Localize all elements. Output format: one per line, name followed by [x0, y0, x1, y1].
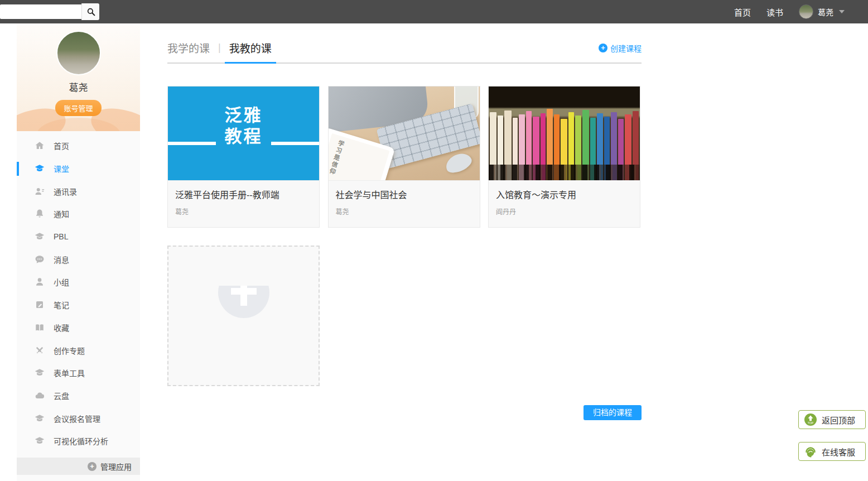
- online-service-label: 在线客服: [822, 446, 855, 458]
- tab-my-learning-courses[interactable]: 我学的课: [167, 40, 210, 55]
- bottles-row-shape: [489, 165, 640, 180]
- top-bar: 首页 读书 葛尧: [0, 0, 868, 23]
- search-input[interactable]: [0, 4, 81, 19]
- chevron-down-icon: [839, 10, 845, 13]
- course-card[interactable]: 学习是信仰 社会学与中国社会 葛尧: [328, 86, 480, 228]
- profile-panel: 葛尧 账号管理: [17, 23, 140, 131]
- sidebar-item-label: 云盘: [54, 390, 69, 401]
- sidebar-menu: 首页 课堂 通讯录 通知 PBL 消息 小组 笔记: [17, 131, 140, 453]
- user-name: 葛尧: [818, 6, 833, 17]
- sidebar-item-form-tools[interactable]: 表单工具: [17, 362, 140, 384]
- headset-icon: [804, 445, 817, 458]
- course-cover-image: [489, 86, 640, 180]
- main-content: 我学的课 | 我教的课 + 创建课程 泛雅 教程 泛雅平台使用手册--教师端 葛…: [167, 23, 642, 420]
- sidebar-item-label: 通知: [54, 208, 69, 219]
- archived-row: 归档的课程: [167, 405, 642, 420]
- add-course-placeholder[interactable]: [167, 246, 320, 386]
- sidebar-item-favorites[interactable]: 收藏: [17, 316, 140, 339]
- course-title: 社会学与中国社会: [336, 187, 472, 201]
- sidebar-item-label: 消息: [54, 254, 69, 265]
- user-avatar-small: [799, 4, 813, 19]
- back-to-top-label: 返回顶部: [822, 414, 855, 426]
- person-icon: [35, 277, 45, 287]
- graduation-cap-icon: [35, 232, 45, 242]
- course-author: 阎丹丹: [496, 206, 633, 216]
- course-card[interactable]: 泛雅 教程 泛雅平台使用手册--教师端 葛尧: [167, 86, 320, 228]
- sidebar-item-label: 表单工具: [54, 367, 85, 378]
- contacts-icon: [35, 186, 45, 196]
- cover-title-text: 泛雅 教程: [168, 105, 319, 147]
- course-title: 入馆教育～演示专用: [496, 187, 633, 201]
- cloud-icon: [35, 391, 45, 401]
- sidebar-item-pbl[interactable]: PBL: [17, 225, 140, 248]
- sidebar: 葛尧 账号管理 首页 课堂 通讯录 通知 PBL 消息 小组: [17, 23, 140, 481]
- home-icon: [35, 141, 45, 151]
- create-course-button[interactable]: + 创建课程: [599, 42, 642, 54]
- sidebar-item-notifications[interactable]: 通知: [17, 203, 140, 225]
- floating-buttons: TOP 返回顶部 在线客服: [798, 410, 866, 461]
- open-book-icon: [35, 323, 45, 333]
- sidebar-item-notes[interactable]: 笔记: [17, 294, 140, 316]
- chat-bubble-icon: [35, 254, 45, 264]
- course-info: 泛雅平台使用手册--教师端 葛尧: [168, 180, 319, 227]
- course-author: 葛尧: [336, 206, 472, 216]
- course-title: 泛雅平台使用手册--教师端: [175, 187, 312, 201]
- account-manage-button[interactable]: 账号管理: [55, 100, 101, 116]
- graduation-cap-icon: [35, 368, 45, 378]
- sidebar-item-label: 小组: [54, 276, 69, 287]
- sidebar-item-groups[interactable]: 小组: [17, 271, 140, 294]
- graduation-cap-icon: [35, 436, 45, 446]
- sidebar-item-label: 笔记: [54, 299, 69, 310]
- user-menu[interactable]: 葛尧: [799, 4, 845, 19]
- back-to-top-button[interactable]: TOP 返回顶部: [798, 410, 866, 429]
- course-author: 葛尧: [175, 206, 312, 216]
- graduation-cap-icon: [35, 163, 45, 174]
- tab-my-teaching-courses[interactable]: 我教的课: [229, 40, 272, 55]
- sidebar-item-label: 通讯录: [54, 186, 77, 197]
- sidebar-item-cloud-disk[interactable]: 云盘: [17, 384, 140, 407]
- note-pencil-icon: [35, 300, 45, 310]
- course-grid: 泛雅 教程 泛雅平台使用手册--教师端 葛尧 学习是信仰: [167, 86, 642, 386]
- search-bar: [0, 3, 99, 20]
- sidebar-item-label: 首页: [54, 140, 69, 151]
- plus-icon: [231, 288, 257, 295]
- sidebar-item-label: 会议报名管理: [54, 413, 100, 424]
- bell-icon: [35, 209, 45, 219]
- topnav-home[interactable]: 首页: [734, 6, 751, 18]
- online-service-button[interactable]: 在线客服: [798, 442, 866, 461]
- profile-name: 葛尧: [17, 80, 140, 94]
- sidebar-item-visual-analysis[interactable]: 可视化循环分析: [17, 430, 140, 453]
- sidebar-item-messages[interactable]: 消息: [17, 248, 140, 271]
- archived-courses-button[interactable]: 归档的课程: [584, 405, 642, 420]
- sidebar-item-classroom[interactable]: 课堂: [17, 157, 140, 180]
- sidebar-item-label: PBL: [54, 232, 68, 241]
- plus-circle-icon: +: [88, 462, 97, 471]
- back-to-top-icon: TOP: [804, 413, 817, 426]
- sidebar-item-contacts[interactable]: 通讯录: [17, 180, 140, 203]
- sidebar-item-label: 创作专题: [54, 345, 85, 356]
- create-course-label: 创建课程: [610, 42, 642, 54]
- course-info: 入馆教育～演示专用 阎丹丹: [489, 180, 640, 227]
- sidebar-item-home[interactable]: 首页: [17, 134, 140, 157]
- svg-text:TOP: TOP: [808, 421, 814, 425]
- course-info: 社会学与中国社会 葛尧: [329, 180, 480, 227]
- sidebar-item-label: 可视化循环分析: [54, 435, 108, 446]
- sidebar-item-meeting-signup[interactable]: 会议报名管理: [17, 407, 140, 430]
- manage-apps-button[interactable]: + 管理应用: [17, 458, 140, 475]
- course-card[interactable]: 入馆教育～演示专用 阎丹丹: [488, 86, 640, 228]
- course-cover-image: 泛雅 教程: [168, 86, 319, 180]
- sidebar-item-create-topic[interactable]: 创作专题: [17, 339, 140, 362]
- topnav-reading[interactable]: 读书: [766, 6, 783, 18]
- sidebar-item-label: 收藏: [54, 322, 69, 333]
- manage-apps-label: 管理应用: [100, 461, 132, 472]
- plus-circle-icon: +: [599, 44, 607, 52]
- top-nav: 首页 读书 葛尧: [734, 4, 845, 19]
- search-button[interactable]: [81, 3, 99, 20]
- course-tabs: 我学的课 | 我教的课 + 创建课程: [167, 40, 642, 64]
- course-cover-image: 学习是信仰: [329, 86, 480, 180]
- crossed-pencils-icon: [35, 345, 45, 355]
- graduation-cap-icon: [35, 413, 45, 424]
- search-icon: [86, 7, 96, 17]
- sidebar-item-label: 课堂: [54, 163, 69, 174]
- user-avatar-large[interactable]: [56, 31, 101, 75]
